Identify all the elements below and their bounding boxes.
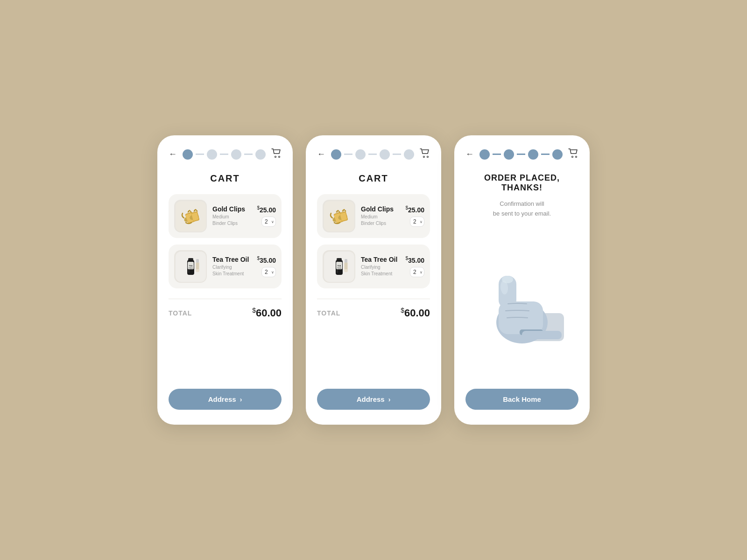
gold-clips-name-1: Gold Clips [212, 205, 251, 213]
svg-rect-36 [345, 259, 347, 263]
dot-connector-3 [244, 154, 253, 155]
back-arrow-icon-2[interactable]: ← [317, 149, 325, 159]
svg-point-0 [275, 156, 276, 158]
progress-dot-3-2 [504, 149, 514, 160]
tea-tree-price-qty-1: $35.00 2 1 3 [257, 256, 276, 277]
qty-wrapper-gc-2[interactable]: 2 1 3 [410, 217, 424, 227]
total-amount-1: $60.00 [252, 307, 282, 319]
thumbs-up-container [465, 219, 578, 389]
gold-clips-desc-2: MediumBinder Clips [361, 214, 400, 227]
product-item-tea-tree-1: TEA TREE Tea Tree Oil ClarifyingSkin Tre… [169, 245, 282, 288]
svg-point-38 [572, 156, 573, 158]
tea-tree-desc-2: ClarifyingSkin Treatment [361, 264, 400, 277]
order-subtitle: Confirmation willbe sent to your email. [465, 199, 578, 219]
svg-point-20 [427, 156, 429, 158]
tea-tree-image-1: TEA TREE [174, 250, 207, 283]
svg-point-1 [279, 156, 280, 158]
tea-tree-name-1: Tea Tree Oil [212, 256, 251, 263]
address-button-1[interactable]: Address › [169, 389, 282, 410]
tea-tree-name-2: Tea Tree Oil [361, 256, 400, 263]
svg-text:TREE: TREE [337, 267, 341, 269]
progress-dot-3 [231, 149, 241, 160]
progress-dot-2-2 [355, 149, 366, 160]
cart-title-1: CART [169, 173, 282, 184]
tea-tree-qty-1[interactable]: 2 1 3 [261, 267, 276, 277]
total-label-2: TOTAL [317, 309, 340, 317]
tea-tree-desc-1: ClarifyingSkin Treatment [212, 264, 251, 277]
cart-icon-3[interactable] [568, 148, 578, 160]
total-label-1: TOTAL [169, 309, 192, 317]
svg-point-19 [423, 156, 425, 158]
product-item-tea-tree-2: TEA TREE Tea Tree Oil ClarifyingSkin Tre… [317, 245, 430, 288]
tea-tree-price-1: $35.00 [257, 256, 276, 264]
product-item-gold-clips-1: Gold Clips MediumBinder Clips $25.00 2 1… [169, 194, 282, 238]
dot-connector-3-1 [493, 154, 501, 155]
back-arrow-icon[interactable]: ← [169, 149, 177, 159]
screens-container: ← CART [139, 107, 608, 453]
cart-title-2: CART [317, 173, 430, 184]
gold-clips-price-2: $25.00 [405, 205, 424, 214]
gold-clips-desc-1: MediumBinder Clips [212, 214, 251, 227]
svg-text:TEA: TEA [337, 265, 341, 267]
dot-connector-2-3 [393, 154, 401, 155]
progress-dot-1 [183, 149, 193, 160]
progress-dot-2-1 [331, 149, 341, 160]
tea-tree-qty-2[interactable]: 2 1 3 [410, 267, 424, 277]
divider-2 [317, 299, 430, 299]
address-button-2[interactable]: Address › [317, 389, 430, 410]
back-home-button[interactable]: Back Home [465, 389, 578, 410]
total-amount-2: $60.00 [401, 307, 430, 319]
progress-dot-4 [255, 149, 266, 160]
progress-dot-2-3 [380, 149, 390, 160]
dot-connector-3-3 [541, 154, 550, 155]
progress-dot-3-4 [552, 149, 563, 160]
svg-rect-17 [196, 259, 199, 263]
svg-text:TEA: TEA [189, 265, 192, 267]
cart-icon-1[interactable] [271, 148, 282, 160]
gold-clips-info-1: Gold Clips MediumBinder Clips [212, 205, 251, 227]
phone-card-1: ← CART [157, 135, 293, 425]
gold-clips-image-1 [174, 200, 207, 232]
progress-dot-2 [207, 149, 217, 160]
divider-1 [169, 299, 282, 299]
tea-tree-price-2: $35.00 [405, 256, 424, 264]
progress-dots-3 [479, 149, 563, 160]
dot-connector-2-1 [344, 154, 352, 155]
progress-dots-1 [183, 149, 266, 160]
gold-clips-price-1: $25.00 [257, 205, 276, 214]
arrow-icon-1: › [240, 396, 242, 403]
dot-connector-2-2 [368, 154, 377, 155]
total-row-2: TOTAL $60.00 [317, 307, 430, 319]
dot-connector-3-2 [517, 154, 525, 155]
qty-wrapper-1[interactable]: 2 1 3 [261, 217, 276, 227]
progress-dots-2 [331, 149, 414, 160]
svg-point-39 [576, 156, 577, 158]
svg-text:TREE: TREE [188, 267, 193, 269]
phone-card-2: ← CART [306, 135, 441, 425]
tea-tree-info-2: Tea Tree Oil ClarifyingSkin Treatment [361, 256, 400, 277]
top-nav-2: ← [317, 148, 430, 160]
gold-clips-info-2: Gold Clips MediumBinder Clips [361, 205, 400, 227]
top-nav-3: ← [465, 148, 578, 160]
top-nav-1: ← [169, 148, 282, 160]
tea-tree-image-2: TEA TREE [323, 250, 355, 283]
progress-dot-2-4 [404, 149, 414, 160]
gold-clips-name-2: Gold Clips [361, 205, 400, 213]
svg-rect-18 [196, 263, 199, 269]
phone-card-3: ← ORDER PLACED, THANKS! Confirmation wil… [454, 135, 590, 425]
dot-connector-2 [220, 154, 228, 155]
order-title: ORDER PLACED, THANKS! [465, 173, 578, 193]
cart-icon-2[interactable] [420, 148, 430, 160]
svg-rect-47 [522, 331, 562, 339]
gold-clips-qty-1[interactable]: 2 1 3 [261, 217, 276, 227]
gold-clips-qty-2[interactable]: 2 1 3 [410, 217, 424, 227]
gold-clips-price-qty-1: $25.00 2 1 3 [257, 205, 276, 227]
gold-clips-price-qty-2: $25.00 2 1 3 [405, 205, 424, 227]
qty-wrapper-tt-2[interactable]: 2 1 3 [410, 267, 424, 277]
svg-rect-37 [345, 263, 347, 269]
back-arrow-icon-3[interactable]: ← [465, 149, 474, 159]
gold-clips-image-2 [323, 200, 355, 232]
arrow-icon-2: › [388, 396, 391, 403]
progress-dot-3-1 [479, 149, 490, 160]
qty-wrapper-tea-1[interactable]: 2 1 3 [261, 267, 276, 277]
